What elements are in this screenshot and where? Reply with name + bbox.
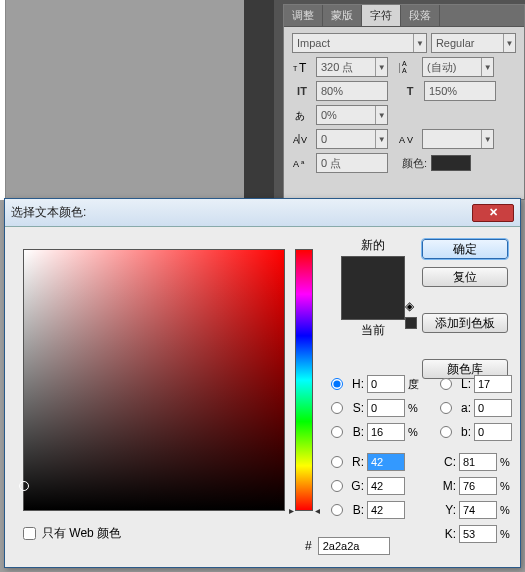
leading-combo[interactable]: ▼ [422, 57, 494, 77]
radio-b[interactable] [331, 426, 343, 438]
svg-text:V: V [407, 135, 413, 145]
input-b[interactable] [367, 423, 405, 441]
label-h: H: [346, 377, 364, 391]
tsume-input[interactable] [317, 109, 375, 121]
tracking-combo[interactable]: ▼ [422, 129, 494, 149]
font-style-combo[interactable]: ▼ [431, 33, 516, 53]
chevron-down-icon[interactable]: ▼ [375, 130, 387, 148]
svg-text:A: A [402, 67, 407, 74]
tab-character[interactable]: 字符 [362, 5, 401, 26]
hex-input[interactable] [318, 537, 390, 555]
svg-text:A: A [402, 60, 407, 67]
font-family-input[interactable] [293, 37, 413, 49]
input-g[interactable] [367, 477, 405, 495]
baseline-icon: Aa [292, 154, 312, 172]
tabset: 调整 蒙版 字符 段落 [284, 5, 524, 27]
new-color-swatch[interactable] [342, 257, 404, 288]
vscale-combo[interactable] [316, 81, 388, 101]
hscale-input[interactable] [425, 85, 495, 97]
hscale-combo[interactable] [424, 81, 496, 101]
input-k[interactable] [459, 525, 497, 543]
tracking-icon: AV [398, 130, 418, 148]
radio-l[interactable] [440, 378, 452, 390]
input-r[interactable] [367, 453, 405, 471]
input-c[interactable] [459, 453, 497, 471]
font-size-combo[interactable]: ▼ [316, 57, 388, 77]
radio-s[interactable] [331, 402, 343, 414]
font-size-icon: TT [292, 58, 312, 76]
hue-slider[interactable] [295, 249, 313, 511]
font-style-input[interactable] [432, 37, 503, 49]
current-color-swatch[interactable] [342, 288, 404, 319]
reset-button[interactable]: 复位 [422, 267, 508, 287]
input-lab-b[interactable] [474, 423, 512, 441]
baseline-combo[interactable] [316, 153, 388, 173]
kerning-input[interactable] [317, 133, 375, 145]
leading-input[interactable] [423, 61, 481, 73]
input-m[interactable] [459, 477, 497, 495]
vscale-icon: IT [292, 82, 312, 100]
input-y[interactable] [459, 501, 497, 519]
tracking-input[interactable] [423, 133, 481, 145]
input-l[interactable] [474, 375, 512, 393]
baseline-input[interactable] [317, 157, 387, 169]
hash-label: # [305, 539, 312, 553]
unit-pct: % [408, 426, 424, 438]
unit-deg: 度 [408, 377, 424, 392]
radio-h[interactable] [331, 378, 343, 390]
label-r: R: [346, 455, 364, 469]
chevron-down-icon[interactable]: ▼ [481, 58, 493, 76]
svg-text:あ: あ [295, 110, 305, 121]
chevron-down-icon[interactable]: ▼ [413, 34, 426, 52]
radio-lab-b[interactable] [440, 426, 452, 438]
color-cursor[interactable] [19, 481, 29, 491]
input-b2[interactable] [367, 501, 405, 519]
label-y: Y: [440, 503, 456, 517]
nearest-websafe-swatch[interactable] [405, 317, 417, 329]
radio-r[interactable] [331, 456, 343, 468]
font-size-input[interactable] [317, 61, 375, 73]
chevron-down-icon[interactable]: ▼ [375, 58, 387, 76]
unit-pct: % [408, 402, 424, 414]
svg-text:V: V [301, 135, 307, 145]
radio-b2[interactable] [331, 504, 343, 516]
add-swatch-button[interactable]: 添加到色板 [422, 313, 508, 333]
unit-pct: % [500, 456, 516, 468]
titlebar[interactable]: 选择文本颜色: ✕ [5, 199, 520, 227]
cube-icon[interactable]: ◈ [405, 299, 419, 313]
svg-text:T: T [299, 61, 307, 74]
kerning-combo[interactable]: ▼ [316, 129, 388, 149]
current-label: 当前 [333, 322, 413, 339]
text-color-swatch[interactable] [431, 155, 471, 171]
chevron-down-icon[interactable]: ▼ [503, 34, 515, 52]
tab-adjust[interactable]: 调整 [284, 5, 323, 26]
color-picker-dialog: 选择文本颜色: ✕ ▸ ◂ 新的 当前 ◈ 确定 复位 添加到色板 颜色库 [4, 198, 521, 568]
close-button[interactable]: ✕ [472, 204, 514, 222]
web-only-checkbox[interactable] [23, 527, 36, 540]
tab-paragraph[interactable]: 段落 [401, 5, 440, 26]
vscale-input[interactable] [317, 85, 387, 97]
hue-arrow-left-icon: ▸ [289, 505, 294, 516]
color-field[interactable] [23, 249, 285, 511]
input-s[interactable] [367, 399, 405, 417]
radio-a[interactable] [440, 402, 452, 414]
ok-button[interactable]: 确定 [422, 239, 508, 259]
chevron-down-icon[interactable]: ▼ [481, 130, 493, 148]
svg-text:T: T [293, 65, 298, 72]
label-s: S: [346, 401, 364, 415]
label-m: M: [440, 479, 456, 493]
chevron-down-icon[interactable]: ▼ [375, 106, 387, 124]
input-h[interactable] [367, 375, 405, 393]
tab-mask[interactable]: 蒙版 [323, 5, 362, 26]
radio-g[interactable] [331, 480, 343, 492]
label-a: a: [455, 401, 471, 415]
label-c: C: [440, 455, 456, 469]
font-family-combo[interactable]: ▼ [292, 33, 427, 53]
input-a[interactable] [474, 399, 512, 417]
tsume-combo[interactable]: ▼ [316, 105, 388, 125]
label-l: L: [455, 377, 471, 391]
kerning-icon: AV [292, 130, 312, 148]
unit-pct: % [500, 480, 516, 492]
close-icon: ✕ [489, 206, 498, 219]
color-label: 颜色: [402, 156, 427, 171]
